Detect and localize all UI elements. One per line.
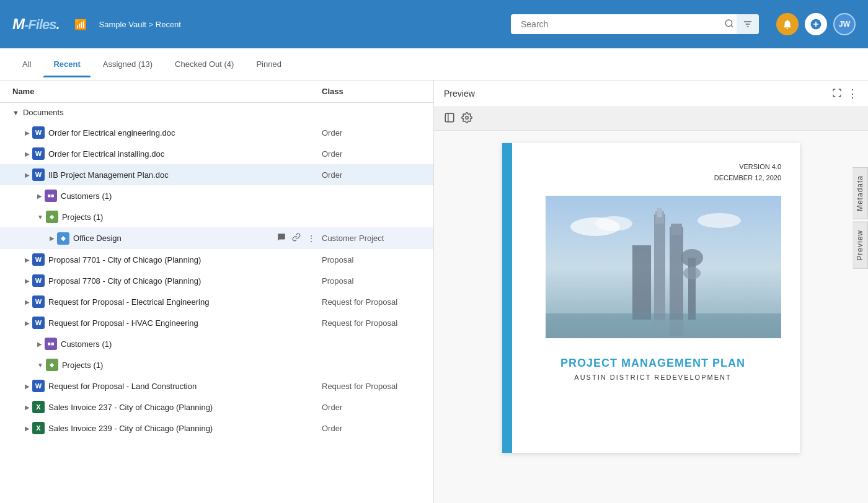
file-name: Proposal 7701 - City of Chicago (Plannin… xyxy=(48,255,322,265)
project-icon: ◆ xyxy=(46,211,58,223)
list-item[interactable]: ▶ W Request for Proposal - HVAC Engineer… xyxy=(0,312,433,333)
word-icon: W xyxy=(32,317,45,329)
file-class: Order xyxy=(322,128,421,138)
user-avatar-button[interactable]: JW xyxy=(833,13,856,35)
tab-all[interactable]: All xyxy=(12,51,41,77)
list-item[interactable]: ▶ X Sales Invoice 239 - City of Chicago … xyxy=(0,418,433,439)
preview-header-actions: ⋮ xyxy=(832,87,858,100)
expand-arrow-icon[interactable]: ▶ xyxy=(25,320,30,326)
document-preview: VERSION 4.0DECEMBER 12, 2020 xyxy=(502,143,800,453)
more-options-button[interactable]: ⋮ xyxy=(847,87,858,100)
group-label: Documents xyxy=(23,108,64,117)
file-class: Order xyxy=(322,403,421,412)
word-icon: W xyxy=(32,147,45,160)
tab-recent[interactable]: Recent xyxy=(43,51,90,77)
expand-arrow-icon[interactable]: ▶ xyxy=(25,278,30,284)
customer-icon: ■■ xyxy=(45,338,57,350)
expand-arrow-icon[interactable]: ▶ xyxy=(25,299,30,305)
doc-title-section: PROJECT MANAGEMENT PLAN AUSTIN DISTRICT … xyxy=(525,351,781,387)
search-input[interactable] xyxy=(511,14,759,34)
expand-arrow-icon[interactable]: ▼ xyxy=(37,214,43,221)
word-icon: W xyxy=(32,253,45,266)
file-class: Order xyxy=(322,424,421,433)
word-icon: W xyxy=(32,380,45,392)
expand-icon-button[interactable] xyxy=(832,88,842,100)
list-item[interactable]: ▶ ◆ Office Design ⋮ Customer Project xyxy=(0,227,433,249)
file-name: Sales Invoice 239 - City of Chicago (Pla… xyxy=(48,424,322,433)
notification-button[interactable] xyxy=(776,13,799,35)
collapse-icon[interactable]: ▼ xyxy=(12,109,19,116)
expand-arrow-icon[interactable]: ▶ xyxy=(25,129,30,136)
tab-bar: All Recent Assigned (13) Checked Out (4)… xyxy=(0,48,868,81)
expand-arrow-icon[interactable]: ▶ xyxy=(25,404,30,411)
expand-arrow-icon[interactable]: ▶ xyxy=(25,151,30,157)
doc-blue-bar xyxy=(502,143,512,453)
file-list: ▼ Documents ▶ W Order for Electrical eng… xyxy=(0,103,433,503)
word-icon: W xyxy=(32,295,45,308)
svg-rect-22 xyxy=(654,315,665,333)
tab-pinned[interactable]: Pinned xyxy=(246,51,291,77)
doc-inner: VERSION 4.0DECEMBER 12, 2020 xyxy=(512,143,800,406)
file-name: Order for Electrical installing.doc xyxy=(48,149,322,159)
file-panel: Name Class ▼ Documents ▶ W Order for Ele… xyxy=(0,81,434,503)
search-bar xyxy=(511,14,759,34)
list-item[interactable]: ▼ ◆ Projects (1) xyxy=(0,354,433,375)
expand-arrow-icon[interactable]: ▶ xyxy=(37,341,42,348)
file-class: Request for Proposal xyxy=(322,318,421,328)
list-item[interactable]: ▶ ■■ Customers (1) xyxy=(0,333,433,354)
file-name: Order for Electrical engineering.doc xyxy=(48,128,322,138)
list-item[interactable]: ▶ W Order for Electrical engineering.doc… xyxy=(0,122,433,143)
comment-icon[interactable] xyxy=(276,232,287,245)
settings-button[interactable] xyxy=(461,112,472,125)
list-item[interactable]: ▶ ■■ Customers (1) xyxy=(0,185,433,206)
row-actions: ⋮ xyxy=(276,232,317,245)
link-icon[interactable] xyxy=(291,232,302,245)
svg-line-1 xyxy=(731,25,733,27)
file-name: Customers (1) xyxy=(61,339,322,349)
more-icon[interactable]: ⋮ xyxy=(306,232,317,245)
add-button[interactable] xyxy=(805,13,827,35)
expand-arrow-icon[interactable]: ▶ xyxy=(50,235,55,242)
list-item[interactable]: ▶ X Sales Invoice 237 - City of Chicago … xyxy=(0,396,433,418)
file-name: Office Design xyxy=(73,234,276,243)
tab-assigned[interactable]: Assigned (13) xyxy=(93,51,162,77)
tab-checked-out[interactable]: Checked Out (4) xyxy=(165,51,244,77)
list-item[interactable]: ▶ W Request for Proposal - Land Construc… xyxy=(0,375,433,396)
sidebar-toggle-button[interactable] xyxy=(444,112,455,125)
list-item[interactable]: ▼ ◆ Projects (1) xyxy=(0,206,433,227)
list-item[interactable]: ▶ W IIB Project Management Plan.doc Orde… xyxy=(0,164,433,185)
svg-point-20 xyxy=(683,267,701,279)
list-item[interactable]: ▶ W Request for Proposal - Electrical En… xyxy=(0,291,433,312)
file-class: Proposal xyxy=(322,255,421,265)
file-class: Order xyxy=(322,170,421,180)
expand-arrow-icon[interactable]: ▶ xyxy=(37,193,42,199)
svg-rect-15 xyxy=(670,227,683,320)
search-icon-button[interactable] xyxy=(724,19,734,30)
expand-arrow-icon[interactable]: ▶ xyxy=(25,425,30,432)
expand-arrow-icon[interactable]: ▶ xyxy=(25,256,30,263)
col-class-header: Class xyxy=(322,87,421,96)
list-item[interactable]: ▶ W Proposal 7701 - City of Chicago (Pla… xyxy=(0,249,433,270)
file-class: Proposal xyxy=(322,276,421,286)
expand-arrow-icon[interactable]: ▼ xyxy=(37,362,43,369)
metadata-tab[interactable]: Metadata xyxy=(852,167,868,219)
logo: M-Files. xyxy=(12,15,60,33)
file-class: Request for Proposal xyxy=(322,297,421,307)
svg-rect-12 xyxy=(654,214,665,320)
file-name: Request for Proposal - Land Construction xyxy=(48,382,322,391)
svg-rect-14 xyxy=(657,208,662,217)
excel-icon: X xyxy=(32,422,45,434)
svg-rect-16 xyxy=(671,224,682,235)
list-item[interactable]: ▶ W Order for Electrical installing.doc … xyxy=(0,143,433,164)
word-icon: W xyxy=(32,126,45,139)
preview-tab[interactable]: Preview xyxy=(852,222,868,269)
file-name: Projects (1) xyxy=(62,212,322,222)
expand-arrow-icon[interactable]: ▶ xyxy=(25,172,30,178)
group-documents[interactable]: ▼ Documents xyxy=(0,103,433,122)
customer-icon: ■■ xyxy=(45,190,57,202)
expand-arrow-icon[interactable]: ▶ xyxy=(25,383,30,390)
filter-icon-button[interactable] xyxy=(737,14,759,34)
list-item[interactable]: ▶ W Proposal 7708 - City of Chicago (Pla… xyxy=(0,270,433,291)
doc-image xyxy=(546,196,781,338)
header-actions: JW xyxy=(776,13,856,35)
